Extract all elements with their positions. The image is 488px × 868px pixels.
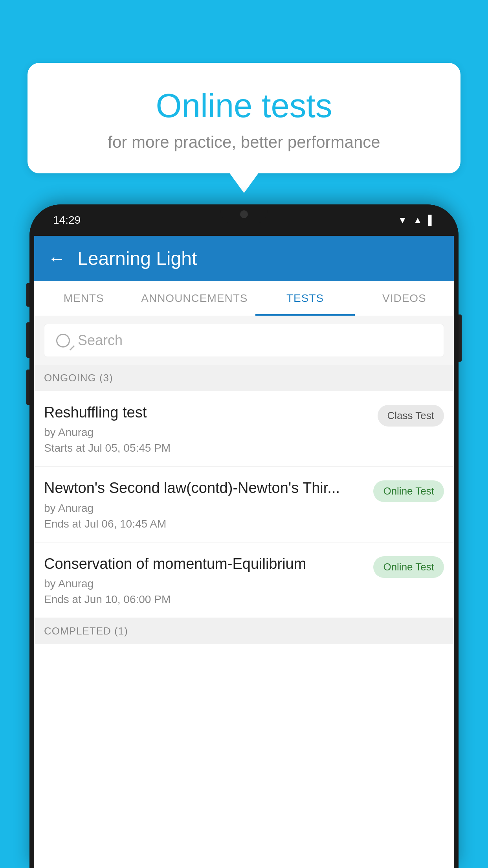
app-header: ← Learning Light <box>34 236 454 281</box>
bubble-title: Online tests <box>47 86 441 125</box>
test-author: by Anurag <box>44 502 365 515</box>
phone-notch <box>220 204 268 224</box>
test-item[interactable]: Conservation of momentum-Equilibrium by … <box>34 542 454 618</box>
bubble-subtitle: for more practice, better performance <box>47 133 441 152</box>
tab-ments[interactable]: MENTS <box>34 281 133 316</box>
test-date: Ends at Jun 10, 06:00 PM <box>44 593 365 606</box>
search-icon <box>56 334 70 348</box>
tab-videos[interactable]: VIDEOS <box>355 281 454 316</box>
signal-icon: ▲ <box>413 215 422 226</box>
test-info: Newton's Second law(contd)-Newton's Thir… <box>44 478 373 530</box>
test-name: Conservation of momentum-Equilibrium <box>44 554 365 574</box>
test-author: by Anurag <box>44 426 370 439</box>
tab-tests[interactable]: TESTS <box>255 281 354 316</box>
phone-screen: ← Learning Light MENTS ANNOUNCEMENTS TES… <box>34 236 454 868</box>
tab-announcements[interactable]: ANNOUNCEMENTS <box>133 281 255 316</box>
search-placeholder: Search <box>78 332 123 349</box>
test-info: Conservation of momentum-Equilibrium by … <box>44 554 373 606</box>
test-date: Ends at Jul 06, 10:45 AM <box>44 518 365 530</box>
test-date: Starts at Jul 05, 05:45 PM <box>44 442 370 454</box>
battery-icon: ▌ <box>428 215 435 226</box>
wifi-icon: ▼ <box>398 215 407 226</box>
camera <box>240 210 248 218</box>
back-button[interactable]: ← <box>48 248 66 269</box>
test-name: Reshuffling test <box>44 403 370 422</box>
test-badge-online-2: Online Test <box>373 556 444 578</box>
status-icons: ▼ ▲ ▌ <box>398 215 435 226</box>
phone-power-btn <box>459 314 462 362</box>
tabs-bar: MENTS ANNOUNCEMENTS TESTS VIDEOS <box>34 281 454 316</box>
search-box[interactable]: Search <box>44 324 444 357</box>
test-info: Reshuffling test by Anurag Starts at Jul… <box>44 403 378 454</box>
phone-side-btn <box>26 283 29 307</box>
phone-status-bar: 14:29 ▼ ▲ ▌ <box>29 204 459 236</box>
test-name: Newton's Second law(contd)-Newton's Thir… <box>44 478 365 498</box>
test-author: by Anurag <box>44 577 365 590</box>
test-item[interactable]: Newton's Second law(contd)-Newton's Thir… <box>34 467 454 542</box>
test-badge-class: Class Test <box>378 405 444 427</box>
phone-volume-down-btn <box>26 370 29 405</box>
completed-section-header: COMPLETED (1) <box>34 618 454 644</box>
speech-bubble: Online tests for more practice, better p… <box>28 63 460 173</box>
phone-volume-up-btn <box>26 322 29 358</box>
app-title: Learning Light <box>77 248 197 269</box>
search-container: Search <box>34 316 454 365</box>
phone-frame: 14:29 ▼ ▲ ▌ ← Learning Light MENTS ANNOU… <box>29 204 459 868</box>
test-badge-online: Online Test <box>373 480 444 502</box>
test-item[interactable]: Reshuffling test by Anurag Starts at Jul… <box>34 391 454 467</box>
status-time: 14:29 <box>53 214 81 226</box>
ongoing-section-header: ONGOING (3) <box>34 365 454 391</box>
